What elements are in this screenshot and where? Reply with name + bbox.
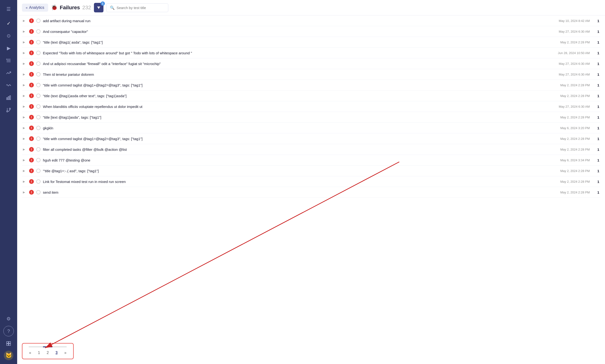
table-row[interactable]: ▶ ! Link for Testomat mixed test run in …: [22, 176, 600, 187]
table-row[interactable]: ▶ ! send item May 2, 2024 2:28 PM 1: [22, 187, 600, 198]
sidebar: ☰ ✓ ⊙ ▶ ⚙ ? 🐱: [0, 0, 17, 364]
row-expand-icon[interactable]: ▶: [23, 51, 27, 54]
pagination-page-1[interactable]: 1: [36, 350, 42, 356]
pagination-area: « 1 2 3 »: [17, 339, 605, 364]
layers-icon[interactable]: [3, 338, 14, 349]
pagination-box: « 1 2 3 »: [22, 343, 74, 359]
table-row[interactable]: ▶ ! '"title @tag1=:-.( asd", tags: ["tag…: [22, 166, 600, 176]
row-error-icon: !: [29, 104, 34, 109]
row-error-icon: !: [29, 72, 34, 77]
row-error-icon: !: [29, 51, 34, 55]
table-row[interactable]: ▶ ! "title [text @tag1]asda", tags: ["ta…: [22, 112, 600, 123]
row-expand-icon[interactable]: ▶: [23, 73, 27, 76]
pagination-next[interactable]: »: [62, 350, 68, 356]
analytics-button[interactable]: « Analytics: [22, 4, 48, 12]
row-expand-icon[interactable]: ▶: [23, 116, 27, 119]
row-title: And consequatur "capacitor": [43, 29, 544, 34]
table-row[interactable]: ▶ ! And ut adipisci recusandae "firewall…: [22, 58, 600, 69]
row-title: add artifact during manual run: [43, 19, 544, 23]
search-icon: 🔍: [110, 5, 115, 10]
row-date: May 2, 2024 2:28 PM: [547, 40, 590, 44]
trend-icon[interactable]: [3, 68, 14, 78]
main-content: « Analytics 🐞 Failures 232 1 🔍 ▶ ! add a…: [17, 0, 605, 364]
table-row[interactable]: ▶ ! When blanditiis officiis voluptate r…: [22, 101, 600, 112]
svg-rect-5: [8, 96, 9, 100]
filter-button[interactable]: 1: [94, 3, 104, 13]
avatar[interactable]: 🐱: [4, 351, 13, 360]
row-date: May 2, 2024 2:28 PM: [547, 180, 590, 183]
table-row[interactable]: ▶ ! Then id tenetur pariatur dolorem May…: [22, 69, 600, 80]
row-status-circle: [36, 51, 40, 55]
settings-icon[interactable]: ⚙: [3, 313, 14, 324]
table-row[interactable]: ▶ ! "title (text @tag1( asda", tags: ["t…: [22, 37, 600, 48]
row-status-circle: [36, 169, 40, 173]
table-row[interactable]: ▶ ! add artifact during manual run May 1…: [22, 15, 600, 26]
row-title: "title (text @tag1)asda other text", tag…: [43, 94, 544, 98]
git-branch-icon[interactable]: [3, 105, 14, 115]
table-row[interactable]: ▶ ! "title with commed taglist @tag1+@ta…: [22, 80, 600, 91]
failures-title: 🐞 Failures 232: [51, 4, 91, 11]
pagination-prev[interactable]: «: [27, 350, 33, 356]
row-count: 1: [592, 126, 599, 130]
search-box: 🔍: [106, 3, 168, 12]
row-status-circle: [36, 40, 40, 44]
bar-chart-icon[interactable]: [3, 92, 14, 103]
table-row[interactable]: ▶ ! "title (text @tag1)asda other text",…: [22, 91, 600, 101]
row-error-icon: !: [29, 190, 34, 195]
row-count: 1: [592, 190, 599, 195]
row-expand-icon[interactable]: ▶: [23, 62, 27, 65]
row-error-icon: !: [29, 158, 34, 162]
svg-point-3: [6, 59, 7, 60]
row-expand-icon[interactable]: ▶: [23, 148, 27, 151]
row-expand-icon[interactable]: ▶: [23, 105, 27, 108]
header: « Analytics 🐞 Failures 232 1 🔍: [17, 0, 605, 15]
row-title: send item: [43, 190, 544, 195]
menu-icon[interactable]: ☰: [3, 4, 14, 14]
circle-icon[interactable]: ⊙: [3, 30, 14, 41]
row-count: 1: [592, 169, 599, 173]
pagination-progress-bar: [29, 346, 67, 347]
row-status-circle: [36, 179, 40, 184]
table-row[interactable]: ▶ ! hguh edit 777 @testing @one May 6, 2…: [22, 155, 600, 166]
row-date: May 2, 2024 2:28 PM: [547, 116, 590, 119]
check-icon[interactable]: ✓: [3, 18, 14, 29]
row-status-circle: [36, 83, 40, 87]
pagination-page-2[interactable]: 2: [45, 350, 51, 356]
row-count: 1: [592, 72, 599, 77]
row-expand-icon[interactable]: ▶: [23, 158, 27, 162]
table-row[interactable]: ▶ ! Expected "Todo with lots of whitespa…: [22, 48, 600, 58]
row-count: 1: [592, 94, 599, 98]
table-row[interactable]: ▶ ! And consequatur "capacitor" May 27, …: [22, 26, 600, 37]
row-expand-icon[interactable]: ▶: [23, 94, 27, 97]
table-row[interactable]: ▶ ! gkgkln May 6, 2024 3:20 PM 1: [22, 123, 600, 133]
svg-point-9: [7, 111, 8, 112]
row-error-icon: !: [29, 40, 34, 45]
row-title: '"title @tag1=:-.( asd", tags: ["tag1"]: [43, 169, 544, 173]
row-expand-icon[interactable]: ▶: [23, 30, 27, 33]
analytics-label: Analytics: [29, 5, 44, 10]
wave-icon[interactable]: [3, 80, 14, 91]
row-title: filter all completed tasks @filter @bulk…: [43, 147, 544, 152]
list-icon[interactable]: [3, 55, 14, 66]
row-date: May 2, 2024 2:28 PM: [547, 191, 590, 194]
pagination-page-3[interactable]: 3: [54, 350, 60, 356]
row-expand-icon[interactable]: ▶: [23, 126, 27, 130]
search-input[interactable]: [117, 6, 165, 10]
row-expand-icon[interactable]: ▶: [23, 19, 27, 22]
row-count: 1: [592, 83, 599, 87]
row-expand-icon[interactable]: ▶: [23, 191, 27, 194]
play-icon[interactable]: ▶: [3, 43, 14, 53]
row-title: Expected "Todo with lots of whitespace a…: [43, 51, 544, 55]
row-expand-icon[interactable]: ▶: [23, 169, 27, 172]
table-row[interactable]: ▶ ! "title with commed taglist @tag1=@ta…: [22, 133, 600, 144]
row-error-icon: !: [29, 169, 34, 173]
row-expand-icon[interactable]: ▶: [23, 40, 27, 44]
row-expand-icon[interactable]: ▶: [23, 137, 27, 140]
help-icon[interactable]: ?: [3, 326, 14, 336]
table-row[interactable]: ▶ ! filter all completed tasks @filter @…: [22, 144, 600, 155]
row-title: Then id tenetur pariatur dolorem: [43, 72, 544, 77]
row-expand-icon[interactable]: ▶: [23, 180, 27, 183]
row-expand-icon[interactable]: ▶: [23, 83, 27, 87]
row-title: And ut adipisci recusandae "firewall" od…: [43, 62, 544, 66]
row-title: gkgkln: [43, 126, 544, 130]
